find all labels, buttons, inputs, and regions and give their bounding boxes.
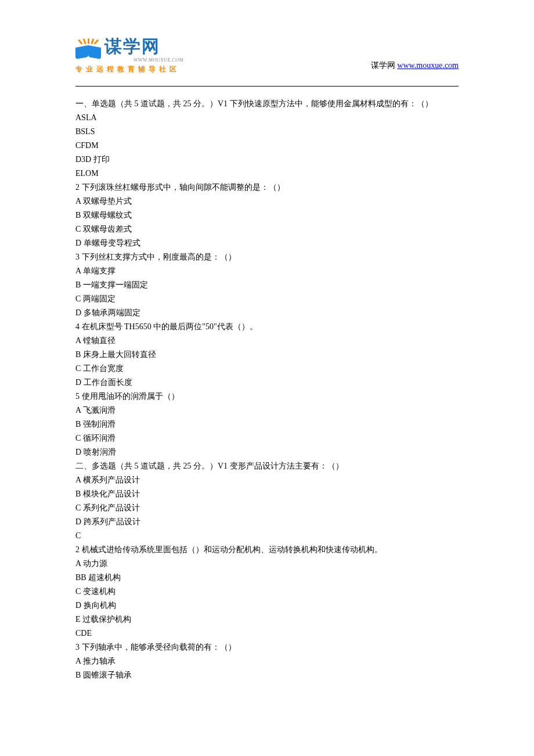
option-line: A 单端支撑	[75, 264, 459, 278]
option-line: A 飞溅润滑	[75, 404, 459, 417]
content-body: 一、单选题（共 5 道试题，共 25 分。）V1 下列快速原型方法中，能够使用金…	[75, 97, 459, 682]
option-line: B 双螺母螺纹式	[75, 208, 459, 222]
logo-top: 谋学网 WWW.MOUXUE.COM	[75, 35, 183, 63]
section-heading: 3 下列轴承中，能够承受径向载荷的有：（）	[75, 640, 459, 654]
option-line: D 喷射润滑	[75, 445, 459, 459]
answer-line: CDE	[75, 627, 459, 640]
document-page: 谋学网 WWW.MOUXUE.COM 专业远程教育辅导社区 谋学网 www.mo…	[0, 0, 534, 717]
option-line: B 模块化产品设计	[75, 487, 459, 501]
logo-text: 谋学网	[104, 35, 183, 59]
option-line: E 过载保护机构	[75, 613, 459, 627]
site-link[interactable]: www.mouxue.com	[397, 61, 459, 70]
section-heading: 5 使用甩油环的润滑属于（）	[75, 390, 459, 404]
header-divider	[75, 86, 459, 87]
option-line: BSLS	[75, 125, 459, 139]
option-line: C 工作台宽度	[75, 362, 459, 376]
option-line: ELOM	[75, 167, 459, 181]
option-line: D 多轴承两端固定	[75, 306, 459, 320]
option-line: C 循环润滑	[75, 431, 459, 445]
page-header: 谋学网 WWW.MOUXUE.COM 专业远程教育辅导社区 谋学网 www.mo…	[75, 35, 459, 74]
option-line: ASLA	[75, 111, 459, 125]
option-line: B 强制润滑	[75, 417, 459, 431]
option-line: D 跨系列产品设计	[75, 515, 459, 529]
option-line: C 双螺母齿差式	[75, 222, 459, 236]
option-line: C 系列化产品设计	[75, 501, 459, 515]
logo-pinyin: WWW.MOUXUE.COM	[134, 57, 183, 63]
option-line: B 一端支撑一端固定	[75, 278, 459, 292]
logo-block: 谋学网 WWW.MOUXUE.COM 专业远程教育辅导社区	[75, 35, 183, 74]
option-line: D 工作台面长度	[75, 376, 459, 390]
section-heading: 2 机械式进给传动系统里面包括（）和运动分配机构、运动转换机构和快速传动机构。	[75, 543, 459, 557]
option-line: D 换向机构	[75, 599, 459, 613]
option-line: A 双螺母垫片式	[75, 195, 459, 208]
section-heading: 二、多选题（共 5 道试题，共 25 分。）V1 变形产品设计方法主要有：（）	[75, 459, 459, 473]
option-line: C 变速机构	[75, 585, 459, 599]
option-line: A 横系列产品设计	[75, 473, 459, 487]
section-heading: 一、单选题（共 5 道试题，共 25 分。）V1 下列快速原型方法中，能够使用金…	[75, 97, 459, 111]
site-reference: 谋学网 www.mouxue.com	[371, 60, 459, 71]
logo-tagline: 专业远程教育辅导社区	[75, 64, 180, 74]
option-line: B 圆锥滚子轴承	[75, 668, 459, 682]
section-heading: 4 在机床型号 TH5650 中的最后两位"50"代表（）。	[75, 320, 459, 334]
option-line: A 推力轴承	[75, 654, 459, 668]
option-line: B 床身上最大回转直径	[75, 348, 459, 362]
section-heading: 2 下列滚珠丝杠螺母形式中，轴向间隙不能调整的是：（）	[75, 181, 459, 195]
answer-line: C	[75, 529, 459, 543]
option-line: D 单螺母变导程式	[75, 236, 459, 250]
section-heading: 3 下列丝杠支撑方式中，刚度最高的是：（）	[75, 250, 459, 264]
option-line: D3D 打印	[75, 153, 459, 167]
option-line: C 两端固定	[75, 292, 459, 306]
option-line: A 动力源	[75, 557, 459, 571]
logo-icon	[75, 38, 101, 59]
option-line: CFDM	[75, 139, 459, 153]
option-line: BB 超速机构	[75, 571, 459, 585]
site-label: 谋学网	[371, 61, 395, 70]
option-line: A 镗轴直径	[75, 334, 459, 348]
